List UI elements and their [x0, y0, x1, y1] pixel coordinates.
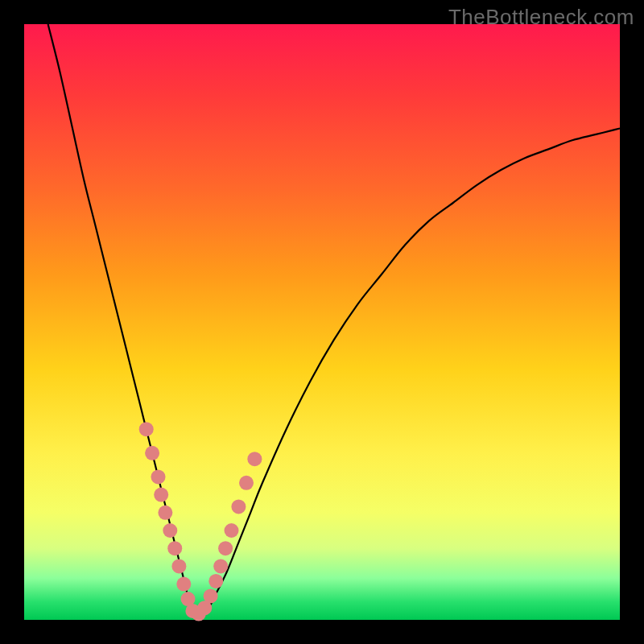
- sample-dot: [213, 559, 228, 573]
- sample-dot: [225, 523, 239, 538]
- sample-dot: [239, 476, 254, 490]
- sample-dot: [158, 506, 172, 520]
- sample-dot: [176, 577, 191, 592]
- sample-dot: [171, 559, 186, 573]
- sample-dot: [231, 499, 246, 514]
- sample-dot: [154, 488, 168, 502]
- chart-frame: TheBottleneck.com: [0, 0, 644, 644]
- sample-dot: [163, 523, 177, 538]
- sample-dot: [218, 541, 233, 555]
- chart-overlay: [24, 24, 620, 620]
- sample-dot: [139, 422, 154, 436]
- sample-dot: [167, 541, 182, 555]
- bottleneck-curve: [48, 24, 620, 617]
- sample-dot: [145, 446, 159, 460]
- sample-dot: [247, 452, 262, 466]
- sample-dot: [208, 574, 223, 588]
- plot-area: [24, 24, 620, 620]
- sample-dot: [204, 588, 218, 603]
- sample-dot: [151, 469, 166, 484]
